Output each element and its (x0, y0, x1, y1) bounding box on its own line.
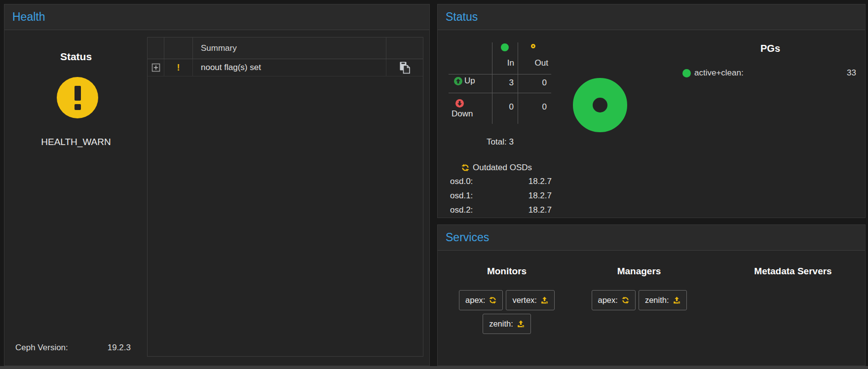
osd-out-label: Out (518, 58, 548, 68)
service-badge-mon-zenith: zenith: (483, 314, 531, 334)
service-name: zenith: (645, 295, 669, 305)
osd-name: osd.1: (450, 191, 473, 201)
status-panel-title: Status (446, 10, 478, 24)
osd-in-label: In (492, 58, 514, 68)
health-panel: Health Status HEALTH_WARN Ceph Version: … (4, 4, 430, 366)
osd-name: osd.0: (450, 177, 473, 186)
pgs-legend-dot-icon (682, 69, 691, 77)
summary-row-text: noout flag(s) set (201, 63, 261, 73)
plus-square-icon (151, 63, 160, 72)
upload-icon (541, 296, 548, 304)
warning-exclamation-icon: ! (177, 63, 180, 73)
grid-line (449, 74, 551, 74)
summary-table-row[interactable]: ! noout flag(s) set (148, 59, 423, 76)
osd-name: osd.2: (450, 205, 473, 215)
up-circle-icon (454, 77, 462, 85)
refresh-icon (622, 296, 629, 304)
service-name: vertex: (512, 295, 537, 305)
header-expander-column (148, 37, 164, 59)
summary-table-header: Summary (148, 37, 423, 59)
ceph-version-label: Ceph Version: (15, 343, 68, 353)
osd-version-row: osd.2: 18.2.7 (450, 205, 552, 215)
status-panel-header: Status (438, 4, 865, 30)
pgs-donut-chart (573, 78, 627, 132)
osd-version-row: osd.0: 18.2.7 (450, 177, 552, 186)
down-circle-icon (455, 99, 464, 108)
osd-down-in-value: 0 (492, 102, 514, 112)
service-name: apex: (598, 295, 618, 305)
health-status-heading: Status (4, 51, 148, 63)
upload-icon (673, 296, 680, 304)
managers-heading: Managers (587, 266, 691, 277)
health-panel-title: Health (12, 10, 45, 24)
pgs-legend-row: active+clean: 33 (682, 68, 856, 78)
osd-up-label: Up (464, 76, 475, 86)
osd-version: 18.2.7 (528, 191, 552, 201)
osd-version: 18.2.7 (528, 177, 552, 186)
service-badge-mgr-zenith: zenith: (639, 290, 687, 310)
horizontal-scrollbar[interactable] (0, 366, 868, 369)
osd-up-in-value: 3 (492, 78, 514, 88)
metadata-servers-heading: Metadata Servers (731, 266, 855, 277)
header-severity-column (164, 37, 193, 59)
status-panel: Status In Out Up 3 0 Down 0 0 Total: 3 O… (437, 4, 866, 218)
health-warning-icon (57, 77, 98, 118)
service-badge-mgr-apex: apex: (592, 290, 636, 310)
osd-total: Total: 3 (449, 137, 551, 147)
osd-version: 18.2.7 (528, 205, 552, 215)
service-name: zenith: (489, 319, 513, 329)
service-badge-mon-apex: apex: (459, 290, 503, 310)
summary-column-label: Summary (201, 43, 237, 53)
managers-group: Managers apex: zenith: (587, 251, 691, 366)
osd-down-out-value: 0 (518, 102, 547, 112)
ceph-version-value: 19.2.3 (78, 343, 131, 353)
osd-out-ring-icon (531, 44, 535, 48)
service-badge-mon-vertex: vertex: (506, 290, 555, 310)
osd-up-row: Up (454, 76, 475, 86)
refresh-icon (461, 164, 469, 172)
service-name: apex: (465, 295, 485, 305)
monitors-group: Monitors apex: vertex: zenith: (455, 251, 559, 366)
osd-version-row: osd.1: 18.2.7 (450, 191, 552, 201)
warning-exclamation-dot (75, 104, 81, 110)
services-panel-title: Services (446, 231, 489, 244)
osd-down-label: Down (452, 109, 473, 119)
grid-line (449, 93, 551, 93)
osd-up-out-value: 0 (518, 78, 547, 88)
upload-icon (517, 320, 525, 328)
warning-exclamation-bar (75, 86, 81, 101)
outdated-osds-heading: Outdated OSDs (461, 163, 532, 173)
outdated-osds-label: Outdated OSDs (473, 163, 532, 173)
pgs-legend-label: active+clean: (694, 68, 744, 78)
header-action-column (386, 37, 423, 59)
health-panel-header: Health (4, 4, 429, 30)
osd-in-dot-icon (501, 43, 509, 51)
copy-icon (399, 61, 411, 74)
copy-button[interactable] (399, 61, 411, 74)
pgs-heading: PGs (721, 43, 820, 54)
services-panel-header: Services (438, 225, 865, 251)
pgs-legend-value: 33 (847, 68, 856, 78)
monitors-heading: Monitors (455, 266, 559, 277)
header-summary-column[interactable]: Summary (193, 37, 386, 59)
health-status-value: HEALTH_WARN (4, 137, 148, 148)
health-summary-table: Summary ! noout flag(s) set (147, 37, 423, 357)
metadata-servers-group: Metadata Servers (731, 251, 855, 366)
refresh-icon (489, 296, 496, 304)
row-expand-button[interactable] (151, 63, 160, 72)
services-panel: Services Monitors apex: vertex: (437, 224, 866, 366)
